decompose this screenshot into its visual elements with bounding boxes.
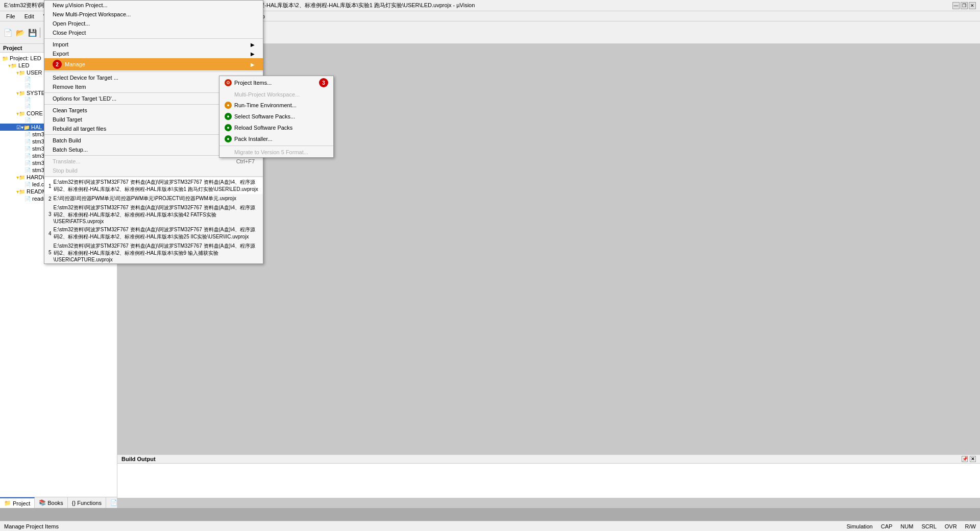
submenu-runtime-label: Run-Time Environment...	[234, 102, 297, 108]
runtime-icon: ●	[225, 102, 232, 109]
menu-open-project-label: Open Project...	[53, 20, 90, 27]
menu-import-label: Import	[53, 41, 68, 47]
menu-sep2	[44, 71, 263, 72]
translate-shortcut: Ctrl+F7	[236, 158, 255, 164]
menu-build-label: Build Target	[53, 116, 82, 123]
menu-new-multiproject-label: New Multi-Project Workspace...	[53, 11, 131, 17]
submenu-pack-installer[interactable]: ● Pack Installer...	[219, 133, 333, 144]
menu-new-uvision[interactable]: New µVision Project...	[44, 1, 263, 10]
recent-1-num: 1	[48, 183, 52, 189]
recent-3-path: E:\stm32资料\阿波罗STM32F767 资料盘(A盘)\阿波罗STM32…	[54, 204, 259, 224]
submenu-multiproject-label: Multi-Project Workspace...	[234, 91, 300, 98]
recent-2-num: 2	[48, 196, 52, 202]
menu-new-multiproject[interactable]: New Multi-Project Workspace...	[44, 10, 263, 19]
menu-new-uvision-label: New µVision Project...	[53, 2, 108, 8]
recent-5-path: E:\stm32资料\阿波罗STM32F767 资料盘(A盘)\阿波罗STM32…	[54, 243, 259, 262]
menu-batch-setup-label: Batch Setup...	[53, 147, 88, 153]
recent-2-path: E:\司控器\司控器PWM单元\司控器PWM单元\PROJECT\司控器PWM单…	[54, 195, 236, 202]
reload-sw-packs-icon: ●	[225, 124, 232, 131]
export-arrow: ▶	[251, 51, 255, 57]
submenu-pack-installer-label: Pack Installer...	[234, 136, 273, 142]
manage-submenu: ⚙ Project Items... 3 Multi-Project Works…	[219, 76, 334, 158]
recent-file-3[interactable]: 3 E:\stm32资料\阿波罗STM32F767 资料盘(A盘)\阿波罗STM…	[44, 203, 263, 225]
menu-manage[interactable]: 2 Manage ▶	[44, 58, 263, 70]
menu-sep-recent	[44, 176, 263, 177]
submenu-project-items[interactable]: ⚙ Project Items... 3	[219, 76, 333, 89]
submenu-sep1	[219, 146, 333, 146]
submenu-multiproject: Multi-Project Workspace...	[219, 89, 333, 100]
recent-4-path: E:\stm32资料\阿波罗STM32F767 资料盘(A盘)\阿波罗STM32…	[54, 226, 259, 240]
recent-file-4[interactable]: 4 E:\stm32资料\阿波罗STM32F767 资料盘(A盘)\阿波罗STM…	[44, 225, 263, 242]
recent-file-1[interactable]: 1 E:\stm32资料\阿波罗STM32F767 资料盘(A盘)\阿波罗STM…	[44, 178, 263, 194]
menu-open-project[interactable]: Open Project...	[44, 19, 263, 28]
menu-translate-label: Translate...	[53, 158, 81, 164]
menu-stop-build-label: Stop build	[53, 167, 78, 174]
submenu-project-items-label: Project Items...	[234, 80, 272, 86]
select-sw-packs-icon: ●	[225, 113, 232, 120]
project-items-icon: ⚙	[225, 79, 232, 86]
menu-stop-build: Stop build	[44, 166, 263, 175]
recent-1-path: E:\stm32资料\阿波罗STM32F767 资料盘(A盘)\阿波罗STM32…	[54, 179, 259, 193]
manage-badge: 2	[53, 60, 62, 69]
menu-close-project-label: Close Project	[53, 30, 86, 36]
submenu-migrate: Migrate to Version 5 Format...	[219, 147, 333, 157]
menu-batch-build-label: Batch Build	[53, 137, 81, 143]
menu-select-device-label: Select Device for Target ...	[53, 75, 118, 81]
recent-4-num: 4	[48, 231, 52, 236]
menu-sep1	[44, 38, 263, 39]
submenu-select-sw-packs[interactable]: ● Select Software Packs...	[219, 111, 333, 122]
menu-options-target-label: Options for Target 'LED'...	[53, 95, 116, 102]
menu-remove-item-label: Remove Item	[53, 84, 86, 90]
menu-export[interactable]: Export ▶	[44, 49, 263, 58]
recent-file-5[interactable]: 5 E:\stm32资料\阿波罗STM32F767 资料盘(A盘)\阿波罗STM…	[44, 242, 263, 263]
recent-3-num: 3	[48, 211, 52, 217]
menu-import[interactable]: Import ▶	[44, 40, 263, 49]
submenu-select-sw-packs-label: Select Software Packs...	[234, 113, 295, 119]
project-items-badge: 3	[319, 78, 328, 87]
submenu-migrate-label: Migrate to Version 5 Format...	[234, 149, 308, 155]
menu-clean-label: Clean Targets	[53, 107, 87, 113]
manage-arrow: ▶	[251, 62, 255, 67]
submenu-reload-sw-packs[interactable]: ● Reload Software Packs	[219, 122, 333, 133]
import-arrow: ▶	[251, 42, 255, 47]
recent-file-2[interactable]: 2 E:\司控器\司控器PWM单元\司控器PWM单元\PROJECT\司控器PW…	[44, 194, 263, 203]
menu-close-project[interactable]: Close Project	[44, 28, 263, 37]
pack-installer-icon: ●	[225, 135, 232, 142]
recent-5-num: 5	[48, 250, 52, 255]
submenu-runtime[interactable]: ● Run-Time Environment...	[219, 100, 333, 111]
menu-manage-label: Manage	[65, 61, 85, 67]
dropdown-overlay[interactable]: New µVision Project... New Multi-Project…	[0, 0, 980, 531]
menu-rebuild-label: Rebuild all target files	[53, 126, 106, 132]
menu-export-label: Export	[53, 51, 69, 57]
submenu-reload-sw-packs-label: Reload Software Packs	[234, 125, 292, 131]
menu-translate: Translate... Ctrl+F7	[44, 157, 263, 166]
